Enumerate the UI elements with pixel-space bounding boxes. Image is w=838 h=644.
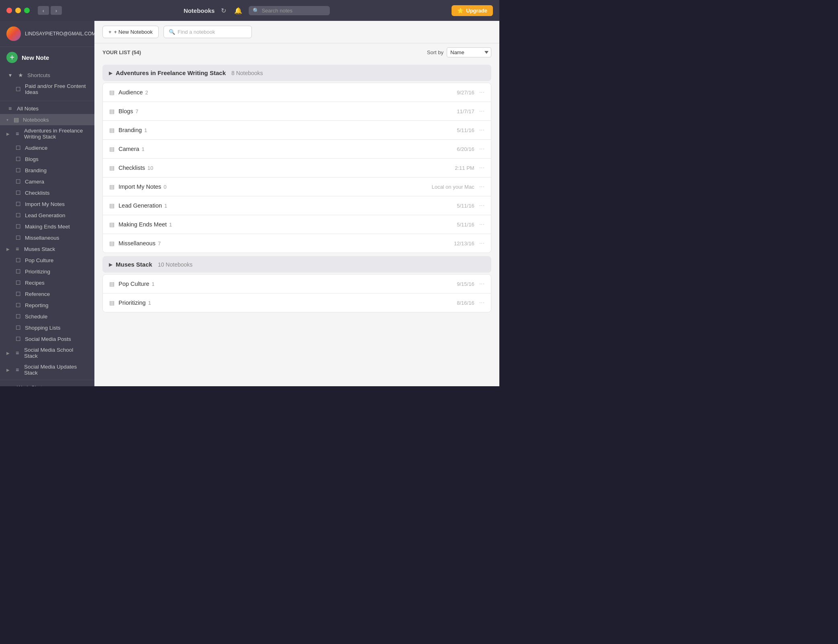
maximize-button[interactable] [24,8,30,13]
sort-row: Sort by Name Date Modified Date Created [427,47,491,57]
notebook-icon: ☐ [14,302,22,308]
muses-stack-header[interactable]: ▶ Muses Stack 10 Notebooks [102,256,491,273]
notebook-row-import-my-notes[interactable]: ▤ Import My Notes 0 Local on your Mac ··… [103,177,491,196]
sidebar-item-social-media-updates-stack[interactable]: ▶ ≡ Social Media Updates Stack [0,361,94,378]
sidebar-item-audience[interactable]: ☐ Audience [0,142,94,153]
sidebar-item-making-ends-meet[interactable]: ☐ Making Ends Meet [0,221,94,232]
sidebar-item-import-my-notes[interactable]: ☐ Import My Notes [0,198,94,210]
sidebar-item-muses-stack[interactable]: ▶ ≡ Muses Stack [0,243,94,255]
sidebar-item-social-media-school-stack[interactable]: ▶ ≡ Social Media School Stack [0,344,94,361]
user-email: LINDSAYPIETRO@GMAIL.COM [25,31,94,37]
notebook-icon: ☐ [14,212,22,218]
notebook-icon: ▤ [109,183,114,190]
notebook-row-branding[interactable]: ▤ Branding 1 5/11/16 ··· [103,121,491,140]
adventures-stack-header[interactable]: ▶ Adventures in Freelance Writing Stack … [102,65,491,81]
sidebar-item-reporting[interactable]: ☐ Reporting [0,300,94,311]
notebook-icon: ▤ [109,221,114,228]
sidebar-item-shortcuts-paid[interactable]: ☐ Paid and/or Free Content Ideas [0,81,94,98]
notebook-icon: ☐ [14,313,22,320]
minimize-button[interactable] [15,8,21,13]
sort-select[interactable]: Name Date Modified Date Created [447,47,491,57]
sidebar-item-work-chat[interactable]: ☺ Work Chat [0,382,94,386]
new-notebook-button[interactable]: + + New Notebook [102,26,159,38]
more-menu-button[interactable]: ··· [479,221,484,228]
chevron-down-icon: ▾ [6,72,14,78]
sidebar-item-shopping-lists[interactable]: ☐ Shopping Lists [0,322,94,333]
sidebar-item-social-media-posts[interactable]: ☐ Social Media Posts [0,333,94,344]
notebook-row-missellaneous[interactable]: ▤ Missellaneous 7 12/13/16 ··· [103,234,491,253]
traffic-lights [6,8,30,13]
chevron-right-icon: ▶ [109,262,112,267]
sidebar-item-blogs[interactable]: ☐ Blogs [0,153,94,165]
sidebar-item-pop-culture[interactable]: ☐ Pop Culture [0,255,94,266]
titlebar-center: Notebooks ↻ 🔔 🔍 [67,5,447,16]
shortcuts-header[interactable]: ▾ ★ Shortcuts [0,69,94,81]
sidebar-item-checklists[interactable]: ☐ Checklists [0,187,94,198]
notebook-icon: ☐ [14,223,22,230]
more-menu-button[interactable]: ··· [479,202,484,209]
sidebar: LINDSAYPIETRO@GMAIL.COM ▾ + New Note ▾ ★… [0,21,94,386]
sidebar-item-lead-generation[interactable]: ☐ Lead Generation [0,210,94,221]
stack-count: 8 Notebooks [231,70,263,76]
more-menu-button[interactable]: ··· [479,108,484,115]
notebook-row-lead-generation[interactable]: ▤ Lead Generation 1 5/11/16 ··· [103,196,491,215]
notebook-icon: ☐ [14,257,22,263]
notebook-row-blogs[interactable]: ▤ Blogs 7 11/7/17 ··· [103,102,491,121]
close-button[interactable] [6,8,12,13]
more-menu-button[interactable]: ··· [479,183,484,190]
upgrade-button[interactable]: ⭐ Upgrade [452,5,493,16]
sidebar-item-recipes[interactable]: ☐ Recipes [0,277,94,288]
adventures-notebooks-group: ▤ Audience 2 9/27/16 ··· ▤ Blogs 7 11/7/… [102,83,491,253]
shortcuts-section: ▾ ★ Shortcuts ☐ Paid and/or Free Content… [0,68,94,99]
list-title: YOUR LIST (54) [102,49,141,55]
more-menu-button[interactable]: ··· [479,240,484,247]
chevron-right-icon: ▶ [6,368,10,372]
notebook-row-camera[interactable]: ▤ Camera 1 6/20/16 ··· [103,140,491,159]
notebook-row-making-ends-meet[interactable]: ▤ Making Ends Meet 1 5/11/16 ··· [103,215,491,234]
user-section[interactable]: LINDSAYPIETRO@GMAIL.COM ▾ [0,21,94,47]
notebook-icon: ☐ [14,336,22,342]
refresh-button[interactable]: ↻ [219,5,228,16]
notebook-icon: ☐ [14,268,22,275]
sidebar-item-missellaneous[interactable]: ☐ Missellaneous [0,232,94,243]
notebook-row-checklists[interactable]: ▤ Checklists 10 2:11 PM ··· [103,159,491,177]
more-menu-button[interactable]: ··· [479,126,484,134]
notebooks-icon: ▤ [12,116,20,123]
search-icon: 🔍 [253,8,259,14]
notebook-icon: ☐ [14,167,22,173]
notebook-icon: ☐ [14,156,22,162]
new-note-button[interactable]: + New Note [0,47,94,68]
more-menu-button[interactable]: ··· [479,164,484,171]
notebook-icon: ▤ [109,127,114,133]
sidebar-item-adventures-stack[interactable]: ▶ ≡ Adventures in Freelance Writing Stac… [0,125,94,142]
notebook-row-pop-culture[interactable]: ▤ Pop Culture 1 9/15/16 ··· [103,275,491,293]
nav-buttons: ‹ › [38,6,62,15]
chevron-right-icon: ▶ [6,132,10,136]
sidebar-item-prioritizing[interactable]: ☐ Prioritizing [0,266,94,277]
muses-notebooks-group: ▤ Pop Culture 1 9/15/16 ··· ▤ Prioritizi… [102,274,491,312]
chevron-right-icon: ▶ [6,247,10,251]
notebook-icon: ▤ [109,108,114,114]
notebook-icon: ☐ [14,178,22,185]
notes-icon: ≡ [6,105,14,112]
chevron-right-icon: ▶ [109,70,112,76]
sidebar-item-all-notes[interactable]: ≡ All Notes [0,103,94,114]
notebooks-header[interactable]: ▾ ▤ Notebooks [0,114,94,125]
stack-title: Muses Stack [116,261,152,268]
notification-button[interactable]: 🔔 [233,5,244,16]
search-input[interactable] [262,8,326,14]
notebook-row-audience[interactable]: ▤ Audience 2 9/27/16 ··· [103,83,491,102]
sidebar-item-schedule[interactable]: ☐ Schedule [0,311,94,322]
notebook-icon: ▤ [109,202,114,209]
back-button[interactable]: ‹ [38,6,49,15]
sidebar-item-reference[interactable]: ☐ Reference [0,288,94,300]
more-menu-button[interactable]: ··· [479,145,484,153]
content-toolbar: + + New Notebook 🔍 Find a notebook [94,21,499,43]
more-menu-button[interactable]: ··· [479,280,484,287]
sidebar-item-camera[interactable]: ☐ Camera [0,176,94,187]
more-menu-button[interactable]: ··· [479,299,484,306]
more-menu-button[interactable]: ··· [479,89,484,96]
forward-button[interactable]: › [51,6,62,15]
sidebar-item-branding[interactable]: ☐ Branding [0,165,94,176]
notebook-row-prioritizing[interactable]: ▤ Prioritizing 1 8/16/16 ··· [103,293,491,312]
